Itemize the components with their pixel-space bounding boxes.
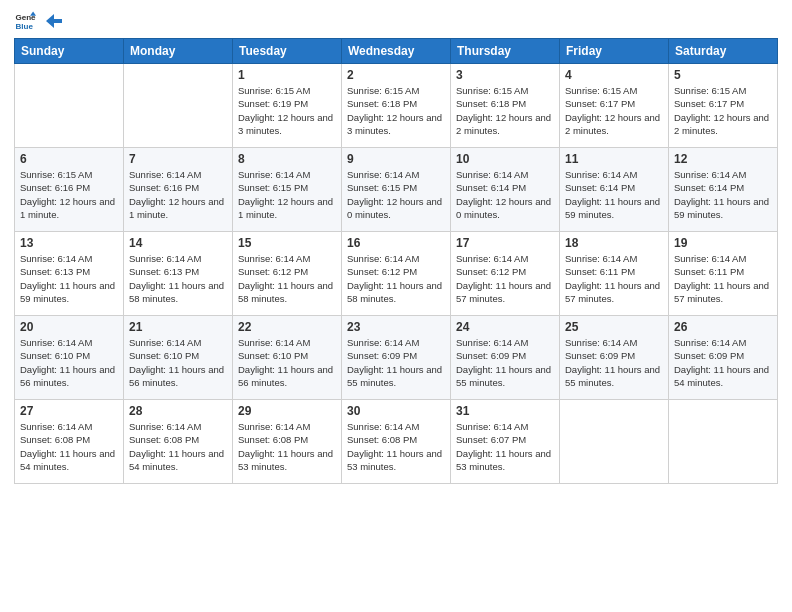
day-cell: 13Sunrise: 6:14 AM Sunset: 6:13 PM Dayli… [15,232,124,316]
day-info: Sunrise: 6:14 AM Sunset: 6:09 PM Dayligh… [565,336,663,389]
day-number: 22 [238,320,336,334]
week-row-2: 6Sunrise: 6:15 AM Sunset: 6:16 PM Daylig… [15,148,778,232]
day-cell: 7Sunrise: 6:14 AM Sunset: 6:16 PM Daylig… [124,148,233,232]
day-cell: 20Sunrise: 6:14 AM Sunset: 6:10 PM Dayli… [15,316,124,400]
week-row-5: 27Sunrise: 6:14 AM Sunset: 6:08 PM Dayli… [15,400,778,484]
day-info: Sunrise: 6:14 AM Sunset: 6:12 PM Dayligh… [347,252,445,305]
day-info: Sunrise: 6:14 AM Sunset: 6:16 PM Dayligh… [129,168,227,221]
day-cell [560,400,669,484]
calendar-body: 1Sunrise: 6:15 AM Sunset: 6:19 PM Daylig… [15,64,778,484]
page-container: General Blue SundayMondayTuesdayWednesda… [0,0,792,612]
day-info: Sunrise: 6:14 AM Sunset: 6:09 PM Dayligh… [347,336,445,389]
day-info: Sunrise: 6:15 AM Sunset: 6:19 PM Dayligh… [238,84,336,137]
header-day-sunday: Sunday [15,39,124,64]
day-number: 6 [20,152,118,166]
day-number: 13 [20,236,118,250]
day-info: Sunrise: 6:14 AM Sunset: 6:11 PM Dayligh… [674,252,772,305]
day-cell: 31Sunrise: 6:14 AM Sunset: 6:07 PM Dayli… [451,400,560,484]
week-row-1: 1Sunrise: 6:15 AM Sunset: 6:19 PM Daylig… [15,64,778,148]
day-cell: 6Sunrise: 6:15 AM Sunset: 6:16 PM Daylig… [15,148,124,232]
header-day-tuesday: Tuesday [233,39,342,64]
day-cell: 18Sunrise: 6:14 AM Sunset: 6:11 PM Dayli… [560,232,669,316]
day-cell: 25Sunrise: 6:14 AM Sunset: 6:09 PM Dayli… [560,316,669,400]
day-info: Sunrise: 6:14 AM Sunset: 6:12 PM Dayligh… [238,252,336,305]
calendar-header: SundayMondayTuesdayWednesdayThursdayFrid… [15,39,778,64]
day-number: 17 [456,236,554,250]
svg-text:Blue: Blue [15,22,33,31]
day-info: Sunrise: 6:14 AM Sunset: 6:13 PM Dayligh… [129,252,227,305]
day-number: 26 [674,320,772,334]
day-cell [124,64,233,148]
day-info: Sunrise: 6:14 AM Sunset: 6:08 PM Dayligh… [129,420,227,473]
day-info: Sunrise: 6:15 AM Sunset: 6:18 PM Dayligh… [347,84,445,137]
day-info: Sunrise: 6:14 AM Sunset: 6:10 PM Dayligh… [129,336,227,389]
day-number: 15 [238,236,336,250]
day-info: Sunrise: 6:14 AM Sunset: 6:15 PM Dayligh… [238,168,336,221]
week-row-4: 20Sunrise: 6:14 AM Sunset: 6:10 PM Dayli… [15,316,778,400]
logo: General Blue [14,10,62,32]
header-day-saturday: Saturday [669,39,778,64]
day-number: 30 [347,404,445,418]
day-cell: 1Sunrise: 6:15 AM Sunset: 6:19 PM Daylig… [233,64,342,148]
day-cell: 15Sunrise: 6:14 AM Sunset: 6:12 PM Dayli… [233,232,342,316]
day-info: Sunrise: 6:15 AM Sunset: 6:18 PM Dayligh… [456,84,554,137]
day-info: Sunrise: 6:14 AM Sunset: 6:14 PM Dayligh… [674,168,772,221]
day-cell: 17Sunrise: 6:14 AM Sunset: 6:12 PM Dayli… [451,232,560,316]
day-number: 20 [20,320,118,334]
calendar-table: SundayMondayTuesdayWednesdayThursdayFrid… [14,38,778,484]
day-info: Sunrise: 6:15 AM Sunset: 6:17 PM Dayligh… [565,84,663,137]
day-number: 19 [674,236,772,250]
day-cell: 26Sunrise: 6:14 AM Sunset: 6:09 PM Dayli… [669,316,778,400]
day-number: 3 [456,68,554,82]
header-day-thursday: Thursday [451,39,560,64]
day-cell: 2Sunrise: 6:15 AM Sunset: 6:18 PM Daylig… [342,64,451,148]
day-cell: 4Sunrise: 6:15 AM Sunset: 6:17 PM Daylig… [560,64,669,148]
day-number: 5 [674,68,772,82]
day-cell: 24Sunrise: 6:14 AM Sunset: 6:09 PM Dayli… [451,316,560,400]
svg-marker-3 [46,14,62,28]
day-number: 2 [347,68,445,82]
day-number: 21 [129,320,227,334]
day-info: Sunrise: 6:14 AM Sunset: 6:11 PM Dayligh… [565,252,663,305]
day-cell: 23Sunrise: 6:14 AM Sunset: 6:09 PM Dayli… [342,316,451,400]
week-row-3: 13Sunrise: 6:14 AM Sunset: 6:13 PM Dayli… [15,232,778,316]
day-number: 23 [347,320,445,334]
day-info: Sunrise: 6:14 AM Sunset: 6:14 PM Dayligh… [565,168,663,221]
header-row: SundayMondayTuesdayWednesdayThursdayFrid… [15,39,778,64]
day-number: 27 [20,404,118,418]
day-info: Sunrise: 6:14 AM Sunset: 6:09 PM Dayligh… [674,336,772,389]
day-number: 8 [238,152,336,166]
day-cell: 5Sunrise: 6:15 AM Sunset: 6:17 PM Daylig… [669,64,778,148]
day-cell: 3Sunrise: 6:15 AM Sunset: 6:18 PM Daylig… [451,64,560,148]
day-info: Sunrise: 6:14 AM Sunset: 6:08 PM Dayligh… [347,420,445,473]
day-cell [669,400,778,484]
day-cell: 16Sunrise: 6:14 AM Sunset: 6:12 PM Dayli… [342,232,451,316]
day-cell: 27Sunrise: 6:14 AM Sunset: 6:08 PM Dayli… [15,400,124,484]
day-info: Sunrise: 6:15 AM Sunset: 6:17 PM Dayligh… [674,84,772,137]
day-info: Sunrise: 6:14 AM Sunset: 6:08 PM Dayligh… [238,420,336,473]
day-number: 7 [129,152,227,166]
day-cell: 8Sunrise: 6:14 AM Sunset: 6:15 PM Daylig… [233,148,342,232]
header-day-wednesday: Wednesday [342,39,451,64]
logo-icon: General Blue [14,10,36,32]
day-number: 28 [129,404,227,418]
day-number: 14 [129,236,227,250]
logo-arrow-icon [44,12,62,30]
day-number: 18 [565,236,663,250]
day-info: Sunrise: 6:14 AM Sunset: 6:13 PM Dayligh… [20,252,118,305]
day-cell: 9Sunrise: 6:14 AM Sunset: 6:15 PM Daylig… [342,148,451,232]
day-info: Sunrise: 6:14 AM Sunset: 6:10 PM Dayligh… [20,336,118,389]
day-number: 24 [456,320,554,334]
day-cell: 14Sunrise: 6:14 AM Sunset: 6:13 PM Dayli… [124,232,233,316]
day-cell: 30Sunrise: 6:14 AM Sunset: 6:08 PM Dayli… [342,400,451,484]
day-info: Sunrise: 6:15 AM Sunset: 6:16 PM Dayligh… [20,168,118,221]
day-number: 11 [565,152,663,166]
header-day-monday: Monday [124,39,233,64]
day-info: Sunrise: 6:14 AM Sunset: 6:08 PM Dayligh… [20,420,118,473]
day-cell: 12Sunrise: 6:14 AM Sunset: 6:14 PM Dayli… [669,148,778,232]
day-number: 25 [565,320,663,334]
day-number: 1 [238,68,336,82]
day-cell: 19Sunrise: 6:14 AM Sunset: 6:11 PM Dayli… [669,232,778,316]
day-info: Sunrise: 6:14 AM Sunset: 6:14 PM Dayligh… [456,168,554,221]
day-cell: 11Sunrise: 6:14 AM Sunset: 6:14 PM Dayli… [560,148,669,232]
